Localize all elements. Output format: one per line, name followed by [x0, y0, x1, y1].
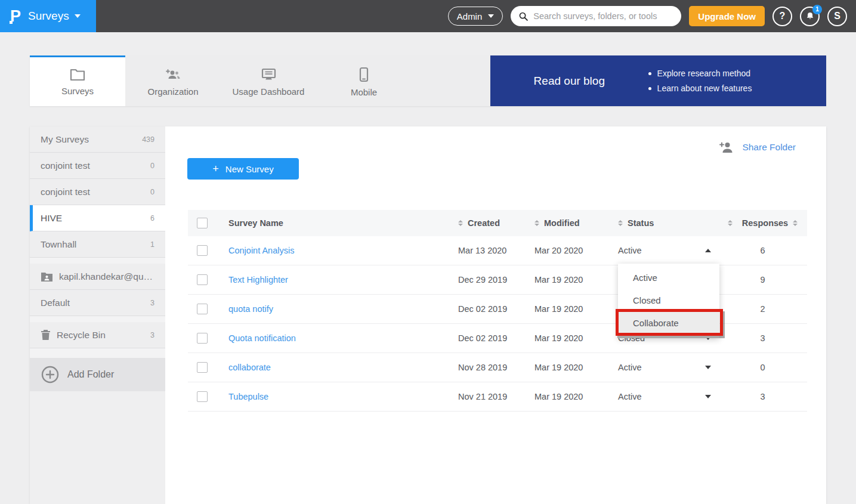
status-option-closed[interactable]: Closed — [618, 289, 719, 312]
survey-link[interactable]: Tubepulse — [228, 392, 268, 401]
sort-icon[interactable] — [458, 220, 463, 226]
row-checkbox[interactable] — [197, 274, 208, 285]
sidebar-filler — [30, 391, 165, 504]
blog-banner[interactable]: Read our blog Explore research method Le… — [490, 55, 826, 106]
dashboard-icon — [261, 67, 277, 82]
responses-cell: 6 — [718, 246, 807, 255]
chevron-down-icon — [705, 366, 711, 369]
survey-link[interactable]: Text Highlighter — [228, 275, 288, 285]
survey-link[interactable]: collaborate — [228, 363, 271, 372]
modified-cell: Mar 19 2020 — [534, 304, 618, 314]
add-folder-button[interactable]: Add Folder — [30, 358, 165, 391]
banner-bullets: Explore research method Learn about new … — [648, 69, 752, 93]
sort-icon[interactable] — [728, 220, 733, 226]
status-select[interactable]: Active — [618, 392, 718, 401]
sidebar-item-my-surveys[interactable]: My Surveys 439 — [30, 126, 165, 153]
tab-usage-dashboard[interactable]: Usage Dashboard — [221, 55, 316, 106]
col-header-modified[interactable]: Modified — [534, 218, 618, 228]
folder-count: 0 — [150, 188, 154, 196]
modified-cell: Mar 20 2020 — [534, 246, 618, 255]
shared-folder-icon — [41, 271, 53, 282]
sidebar-divider — [30, 316, 165, 322]
row-checkbox[interactable] — [197, 245, 208, 256]
status-dropdown-menu: Active Closed Collaborate — [618, 264, 719, 338]
sidebar-item-default[interactable]: Default 3 — [30, 290, 165, 316]
col-header-responses[interactable]: Responses — [718, 218, 807, 228]
sidebar-item-recycle-bin[interactable]: Recycle Bin 3 — [30, 322, 165, 348]
row-checkbox[interactable] — [197, 391, 208, 402]
chevron-down-icon — [705, 395, 711, 398]
top-navbar: P Surveys Admin Upgrade Now ? 1 S — [0, 0, 856, 32]
sidebar-item-townhall[interactable]: Townhall 1 — [30, 231, 165, 258]
folder-count: 3 — [150, 331, 154, 339]
sort-icon[interactable] — [793, 220, 798, 226]
help-button[interactable]: ? — [772, 7, 792, 26]
status-option-collaborate[interactable]: Collaborate — [618, 312, 719, 335]
product-switcher[interactable]: P Surveys — [0, 0, 96, 32]
upgrade-now-button[interactable]: Upgrade Now — [689, 6, 765, 26]
responses-cell: 2 — [718, 304, 807, 314]
responses-cell: 0 — [718, 363, 807, 372]
tab-organization[interactable]: Organization — [125, 55, 221, 106]
folder-content: Share Folder + New Survey Survey Name Cr… — [165, 126, 826, 504]
account-avatar[interactable]: S — [827, 7, 847, 26]
status-option-active[interactable]: Active — [618, 267, 719, 289]
new-survey-button[interactable]: + New Survey — [187, 158, 299, 180]
created-cell: Nov 21 2019 — [458, 392, 534, 401]
admin-menu-button[interactable]: Admin — [448, 7, 503, 26]
chevron-down-icon — [75, 14, 81, 18]
table-header-row: Survey Name Created Modified Status Resp… — [188, 210, 807, 236]
col-header-created[interactable]: Created — [458, 218, 534, 228]
survey-link[interactable]: Quota notification — [228, 333, 296, 343]
modified-cell: Mar 19 2020 — [534, 363, 618, 372]
tab-mobile[interactable]: Mobile — [316, 55, 412, 106]
folder-count: 3 — [150, 299, 154, 307]
created-cell: Dec 02 2019 — [458, 333, 534, 343]
plus-circle-icon — [41, 366, 59, 384]
notification-badge: 1 — [812, 5, 822, 14]
tab-surveys[interactable]: Surveys — [30, 55, 125, 106]
survey-link[interactable]: Conjoint Analysis — [228, 246, 294, 255]
created-cell: Mar 13 2020 — [458, 246, 534, 255]
search-input[interactable] — [533, 11, 673, 21]
share-folder-link[interactable]: Share Folder — [719, 141, 796, 153]
surveys-panel: My Surveys 439 conjoint test 0 conjoint … — [30, 126, 826, 504]
status-select[interactable]: Active — [618, 246, 718, 255]
modified-cell: Mar 19 2020 — [534, 392, 618, 401]
table-row: collaborate Nov 28 2019 Mar 19 2020 Acti… — [188, 353, 807, 382]
status-select[interactable]: Active — [618, 363, 718, 372]
notifications-button[interactable]: 1 — [800, 7, 820, 26]
survey-link[interactable]: quota notify — [228, 304, 273, 314]
product-name[interactable]: Surveys — [28, 10, 81, 23]
global-search[interactable] — [511, 6, 681, 26]
banner-bullet: Explore research method — [648, 69, 752, 78]
sort-icon[interactable] — [534, 220, 539, 226]
responses-cell: 3 — [718, 333, 807, 343]
sidebar-item-shared-account[interactable]: kapil.khandekar@que… — [30, 264, 165, 290]
select-all-checkbox[interactable] — [197, 218, 208, 228]
sidebar-item-conjoint-test-2[interactable]: conjoint test 0 — [30, 179, 165, 205]
modified-cell: Mar 19 2020 — [534, 275, 618, 285]
banner-title: Read our blog — [490, 75, 648, 88]
created-cell: Dec 29 2019 — [458, 275, 534, 285]
sort-icon[interactable] — [618, 220, 623, 226]
table-row: Tubepulse Nov 21 2019 Mar 19 2020 Active… — [188, 382, 807, 412]
sidebar-item-conjoint-test-1[interactable]: conjoint test 0 — [30, 153, 165, 179]
col-header-survey-name[interactable]: Survey Name — [228, 218, 458, 228]
col-header-status[interactable]: Status — [618, 218, 718, 228]
created-cell: Dec 02 2019 — [458, 304, 534, 314]
sidebar-item-hive[interactable]: HIVE 6 — [30, 205, 165, 231]
questionpro-logo-icon: P — [10, 8, 21, 24]
trash-icon — [41, 329, 51, 341]
row-checkbox[interactable] — [197, 304, 208, 314]
topbar-actions: Admin Upgrade Now ? 1 S — [448, 6, 856, 26]
smartphone-icon — [359, 67, 369, 82]
chevron-down-icon — [488, 14, 494, 18]
row-checkbox[interactable] — [197, 362, 208, 373]
search-icon — [518, 11, 529, 21]
sidebar-divider — [30, 348, 165, 358]
folder-count: 0 — [150, 162, 154, 170]
row-checkbox[interactable] — [197, 333, 208, 344]
sidebar-divider — [30, 258, 165, 264]
created-cell: Nov 28 2019 — [458, 363, 534, 372]
